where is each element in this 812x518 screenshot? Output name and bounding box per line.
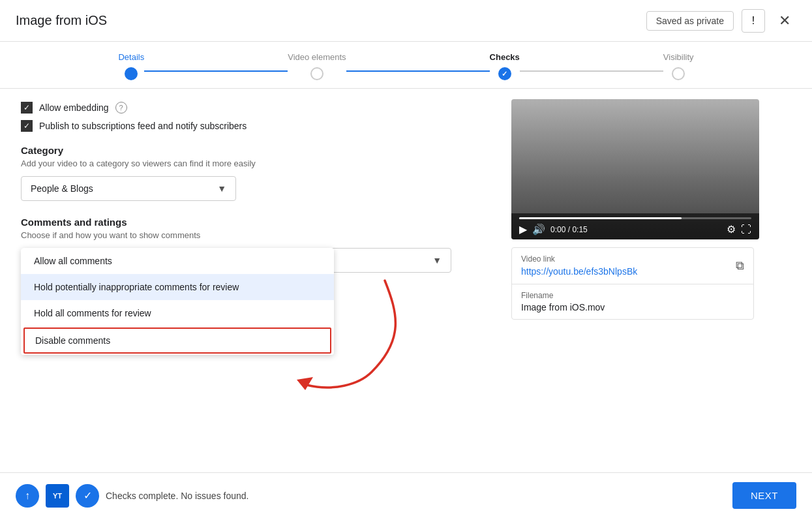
checkbox-publish-feed[interactable]: ✓ Publish to subscriptions feed and noti… bbox=[21, 120, 475, 132]
step-details[interactable]: Details bbox=[118, 52, 144, 80]
controls-row: ▶ 🔊 0:00 / 0:15 ⚙ ⛶ bbox=[519, 223, 751, 236]
header-actions: Saved as private ! ✕ bbox=[646, 9, 796, 33]
category-description: Add your video to a category so viewers … bbox=[21, 159, 475, 168]
comments-dropdown-wrapper: ▼ Allow all comments Hold potentially in… bbox=[21, 248, 451, 273]
copy-link-button[interactable]: ⧉ bbox=[736, 259, 744, 273]
step-checks[interactable]: Checks ✓ bbox=[490, 52, 520, 80]
category-dropdown[interactable]: People & Blogs ▼ bbox=[21, 176, 236, 201]
volume-button[interactable]: 🔊 bbox=[532, 223, 545, 236]
comments-title: Comments and ratings bbox=[21, 217, 475, 228]
step-checks-label: Checks bbox=[490, 52, 520, 62]
step-video-elements-circle bbox=[310, 67, 323, 80]
video-link-content: Video link https://youtu.be/efs3bNlpsBk bbox=[521, 254, 637, 277]
comments-dropdown-menu: Allow all comments Hold potentially inap… bbox=[21, 248, 334, 355]
comments-dropdown-arrow-icon: ▼ bbox=[432, 255, 442, 266]
close-button[interactable]: ✕ bbox=[773, 9, 796, 33]
filename-row: Filename Image from iOS.mov bbox=[512, 284, 753, 319]
step-checks-circle: ✓ bbox=[498, 67, 511, 80]
stepper: Details Video elements Checks ✓ Visibili… bbox=[0, 42, 812, 89]
category-title: Category bbox=[21, 145, 475, 156]
step-line-3 bbox=[520, 70, 663, 72]
video-player: ▶ 🔊 0:00 / 0:15 ⚙ ⛶ bbox=[511, 99, 759, 239]
comment-option-allow-all[interactable]: Allow all comments bbox=[21, 248, 334, 274]
checkbox-publish-feed-label: Publish to subscriptions feed and notify… bbox=[39, 121, 247, 131]
play-button[interactable]: ▶ bbox=[519, 223, 527, 236]
checkbox-publish-feed-box[interactable]: ✓ bbox=[21, 120, 33, 132]
close-icon: ✕ bbox=[779, 12, 790, 29]
comment-option-disable[interactable]: Disable comments bbox=[23, 328, 331, 354]
checkbox-publish-check-icon: ✓ bbox=[23, 121, 30, 130]
flag-button[interactable]: ! bbox=[742, 9, 765, 33]
video-info: Video link https://youtu.be/efs3bNlpsBk … bbox=[511, 247, 754, 320]
comments-section: Comments and ratings Choose if and how y… bbox=[21, 217, 475, 273]
comment-option-hold-all[interactable]: Hold all comments for review bbox=[21, 300, 334, 326]
page-title: Image from iOS bbox=[16, 13, 107, 28]
step-line-1 bbox=[144, 70, 288, 72]
youtube-icon: YT bbox=[46, 484, 69, 508]
step-visibility[interactable]: Visibility bbox=[663, 52, 694, 80]
yt-label: YT bbox=[53, 492, 62, 500]
upload-arrow-icon: ↑ bbox=[25, 490, 30, 502]
progress-bar[interactable] bbox=[519, 217, 751, 219]
header: Image from iOS Saved as private ! ✕ bbox=[0, 0, 812, 42]
fullscreen-button[interactable]: ⛶ bbox=[741, 224, 751, 236]
time-total: 0:15 bbox=[572, 225, 587, 234]
time-current: 0:00 bbox=[550, 225, 565, 234]
category-selected-value: People & Blogs bbox=[31, 183, 93, 194]
status-text: Checks complete. No issues found. bbox=[106, 491, 248, 501]
upload-icon: ↑ bbox=[16, 484, 39, 508]
filename-label: Filename bbox=[521, 291, 605, 300]
next-button[interactable]: NEXT bbox=[732, 482, 796, 509]
checkbox-allow-embedding-box[interactable]: ✓ bbox=[21, 102, 33, 114]
step-visibility-circle bbox=[672, 67, 685, 80]
step-details-dot bbox=[128, 71, 134, 76]
help-icon-embedding[interactable]: ? bbox=[115, 102, 127, 114]
progress-bar-fill bbox=[519, 217, 682, 219]
flag-icon: ! bbox=[752, 15, 755, 27]
main-content: ✓ Allow embedding ? ✓ Publish to subscri… bbox=[0, 89, 812, 467]
bottom-icons: ↑ YT ✓ bbox=[16, 484, 99, 508]
step-video-elements-label: Video elements bbox=[288, 52, 346, 62]
step-visibility-label: Visibility bbox=[663, 52, 694, 62]
video-link-label: Video link bbox=[521, 254, 637, 264]
comments-description: Choose if and how you want to show comme… bbox=[21, 230, 475, 240]
checkbox-allow-embedding[interactable]: ✓ Allow embedding ? bbox=[21, 102, 475, 114]
checkmark-icon: ✓ bbox=[502, 70, 507, 78]
left-panel: ✓ Allow embedding ? ✓ Publish to subscri… bbox=[0, 89, 496, 467]
checkbox-check-icon: ✓ bbox=[23, 103, 30, 112]
video-link-row: Video link https://youtu.be/efs3bNlpsBk … bbox=[512, 248, 753, 284]
filename-value: Image from iOS.mov bbox=[521, 302, 605, 312]
step-details-circle bbox=[125, 67, 138, 80]
step-details-label: Details bbox=[118, 52, 144, 62]
filename-content: Filename Image from iOS.mov bbox=[521, 291, 605, 312]
category-dropdown-container: People & Blogs ▼ bbox=[21, 176, 236, 201]
video-link-url[interactable]: https://youtu.be/efs3bNlpsBk bbox=[521, 266, 637, 277]
check-icon: ✓ bbox=[83, 489, 92, 502]
checkbox-allow-embedding-label: Allow embedding bbox=[39, 102, 109, 113]
category-dropdown-arrow-icon: ▼ bbox=[217, 183, 226, 194]
time-display: 0:00 / 0:15 bbox=[550, 225, 721, 234]
comment-option-hold-inappropriate[interactable]: Hold potentially inappropriate comments … bbox=[21, 274, 334, 300]
settings-button[interactable]: ⚙ bbox=[727, 223, 736, 236]
right-panel: ▶ 🔊 0:00 / 0:15 ⚙ ⛶ Video link https://y… bbox=[496, 89, 770, 467]
step-line-2 bbox=[346, 70, 490, 72]
step-video-elements[interactable]: Video elements bbox=[288, 52, 346, 80]
saved-badge: Saved as private bbox=[646, 11, 734, 31]
check-complete-icon: ✓ bbox=[76, 484, 99, 508]
bottom-bar: ↑ YT ✓ Checks complete. No issues found.… bbox=[0, 472, 812, 518]
video-controls: ▶ 🔊 0:00 / 0:15 ⚙ ⛶ bbox=[511, 213, 759, 239]
